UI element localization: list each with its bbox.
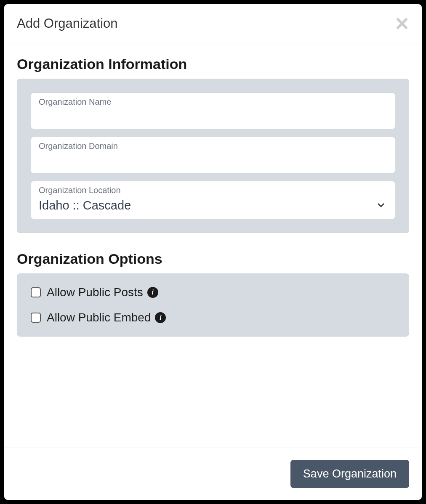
allow-public-posts-checkbox[interactable] (31, 287, 41, 297)
org-info-panel: Organization Name Organization Domain Or… (17, 79, 409, 233)
allow-public-embed-row: Allow Public Embed i (31, 311, 395, 324)
org-name-field: Organization Name (31, 93, 395, 129)
org-options-heading: Organization Options (17, 251, 409, 267)
org-domain-label: Organization Domain (39, 141, 387, 151)
save-organization-button[interactable]: Save Organization (290, 460, 409, 488)
close-button[interactable] (395, 16, 409, 31)
modal-header: Add Organization (4, 4, 422, 43)
allow-public-posts-row: Allow Public Posts i (31, 286, 395, 299)
org-location-field: Organization Location Idaho :: Cascade (31, 181, 395, 219)
org-name-label: Organization Name (39, 97, 387, 107)
close-icon (395, 16, 409, 31)
modal-title: Add Organization (17, 16, 118, 31)
info-icon[interactable]: i (147, 287, 158, 298)
org-location-select[interactable]: Idaho :: Cascade (39, 197, 387, 214)
allow-public-posts-label[interactable]: Allow Public Posts i (47, 286, 158, 299)
org-options-panel: Allow Public Posts i Allow Public Embed … (17, 273, 409, 337)
org-location-select-wrap: Idaho :: Cascade (39, 197, 387, 214)
org-info-heading: Organization Information (17, 56, 409, 72)
allow-public-embed-checkbox[interactable] (31, 313, 41, 323)
org-name-input[interactable] (39, 109, 387, 124)
info-icon[interactable]: i (155, 312, 166, 323)
allow-public-embed-label[interactable]: Allow Public Embed i (47, 311, 166, 324)
org-domain-input[interactable] (39, 153, 387, 168)
org-domain-field: Organization Domain (31, 137, 395, 173)
modal-footer: Save Organization (4, 448, 422, 500)
org-location-label: Organization Location (39, 186, 387, 195)
allow-public-posts-text: Allow Public Posts (47, 286, 143, 299)
allow-public-embed-text: Allow Public Embed (47, 311, 151, 324)
modal-body: Organization Information Organization Na… (4, 43, 422, 448)
add-organization-modal: Add Organization Organization Informatio… (4, 4, 422, 500)
